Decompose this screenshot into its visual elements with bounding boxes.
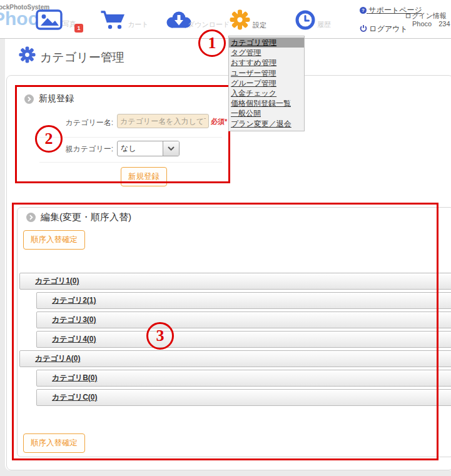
nav-item-cart[interactable]	[100, 11, 126, 33]
category-name-label: カテゴリー名:	[61, 118, 113, 128]
power-icon	[360, 24, 367, 33]
category-row[interactable]: カテゴリ1(0)	[19, 273, 451, 290]
top-nav: StockPhotoSystem Phoco 写真 1 カート ダウ	[0, 0, 451, 39]
order-confirm-button-bottom[interactable]: 順序入替確定	[23, 433, 85, 453]
menu-item-category-management[interactable]: カテゴリ管理	[229, 38, 304, 48]
nav-item-history[interactable]	[295, 10, 315, 33]
menu-item-user-management[interactable]: ユーザー管理	[229, 68, 304, 78]
parent-category-value: なし	[118, 141, 163, 156]
menu-item-payment-check[interactable]: 入金チェック	[229, 88, 304, 98]
logout-link[interactable]: ログアウト	[360, 24, 408, 34]
category-row[interactable]: カテゴリ4(0)	[36, 331, 451, 348]
edit-section-label: 編集(変更・順序入替)	[41, 211, 131, 223]
nav-label-settings: 設定	[253, 21, 266, 30]
order-confirm-button-top[interactable]: 順序入替確定	[23, 230, 85, 250]
photos-badge: 1	[74, 24, 83, 33]
nav-label-history: 履歴	[317, 20, 331, 29]
menu-item-recommend-management[interactable]: おすすめ管理	[229, 58, 304, 68]
question-icon: ?	[360, 7, 367, 14]
nav-label-download: ダウンロード	[188, 20, 230, 29]
settings-dropdown-menu: カテゴリ管理 タグ管理 おすすめ管理 ユーザー管理 グループ管理 入金チェック …	[228, 36, 305, 131]
edit-section-heading: 編集(変更・順序入替)	[26, 211, 131, 223]
menu-item-tag-management[interactable]: タグ管理	[229, 48, 304, 58]
category-link[interactable]: カテゴリ1(0)	[20, 273, 79, 289]
nav-item-settings[interactable]	[230, 9, 250, 33]
page-title-gear-icon	[19, 46, 36, 63]
category-link[interactable]: カテゴリ4(0)	[37, 332, 96, 347]
cart-icon	[100, 11, 126, 30]
new-registration-submit-button[interactable]: 新規登録	[121, 167, 167, 186]
new-registration-label: 新規登録	[39, 93, 74, 104]
menu-item-plan-change[interactable]: プラン変更／退会	[229, 119, 304, 129]
category-row[interactable]: カテゴリB(0)	[36, 370, 451, 387]
menu-item-public-release[interactable]: 一般公開	[229, 108, 304, 118]
main-panel: 新規登録 カテゴリー名: 必須* 親カテゴリー: なし 新規登録 編集(変更・順…	[6, 75, 451, 470]
new-registration-heading: 新規登録	[24, 93, 74, 104]
category-row[interactable]: カテゴリ3(0)	[36, 311, 451, 328]
required-badge: 必須*	[211, 117, 227, 126]
menu-item-group-management[interactable]: グループ管理	[229, 78, 304, 88]
category-link[interactable]: カテゴリC(0)	[37, 390, 97, 405]
form-divider	[39, 137, 222, 138]
login-name: Phoco 234	[412, 19, 450, 29]
category-link[interactable]: カテゴリ3(0)	[37, 312, 96, 328]
chevron-circle-icon	[26, 213, 36, 222]
chevron-down-icon	[163, 141, 179, 156]
category-row[interactable]: カテゴリ2(1)	[36, 292, 451, 309]
category-row[interactable]: カテゴリA(0)	[19, 350, 451, 367]
page-title: カテゴリー管理	[40, 49, 124, 66]
category-link[interactable]: カテゴリB(0)	[37, 370, 97, 386]
category-link[interactable]: カテゴリ2(1)	[37, 293, 96, 308]
nav-item-photos[interactable]	[36, 9, 63, 33]
menu-item-price-list[interactable]: 価格個別登録一覧	[229, 98, 304, 108]
nav-label-cart: カート	[128, 20, 149, 29]
chevron-circle-icon	[24, 94, 34, 104]
clock-icon	[295, 10, 315, 30]
form-divider	[39, 162, 222, 163]
category-row[interactable]: カテゴリC(0)	[36, 389, 451, 406]
parent-category-select[interactable]: なし	[117, 141, 180, 156]
category-list: カテゴリ1(0) カテゴリ2(1) カテゴリ3(0) カテゴリ4(0) カテゴリ…	[19, 273, 451, 408]
category-name-input[interactable]	[117, 114, 209, 128]
gear-icon	[230, 9, 250, 30]
category-link[interactable]: カテゴリA(0)	[20, 351, 80, 367]
logout-label: ログアウト	[369, 24, 407, 33]
photo-icon	[36, 9, 63, 30]
parent-category-label: 親カテゴリー:	[61, 144, 113, 154]
